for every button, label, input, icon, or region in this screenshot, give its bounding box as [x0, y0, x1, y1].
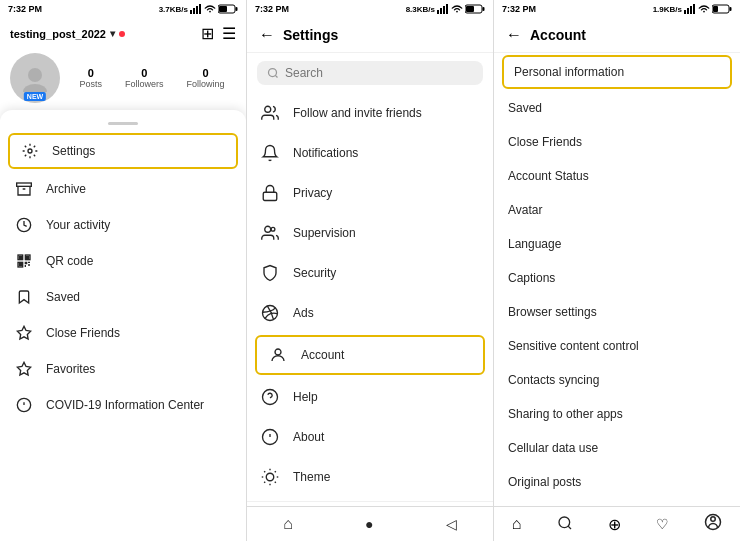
drawer-item-saved[interactable]: Saved [0, 279, 246, 315]
nav-back-2[interactable]: ◁ [438, 514, 465, 534]
settings-item-theme[interactable]: Theme [247, 457, 493, 497]
nav-home-3[interactable]: ⌂ [512, 515, 522, 533]
search-bar[interactable] [257, 61, 483, 85]
settings-item-notifications[interactable]: Notifications [247, 133, 493, 173]
hamburger-icon[interactable]: ☰ [222, 24, 236, 43]
nav-search-3[interactable] [557, 515, 573, 534]
settings-item-ads[interactable]: Ads [247, 293, 493, 333]
svg-rect-65 [730, 7, 732, 11]
language-label: Language [508, 237, 561, 251]
ads-label: Ads [293, 306, 314, 320]
follow-invite-label: Follow and invite friends [293, 106, 422, 120]
status-icons-1: 3.7KB/s [159, 4, 238, 14]
back-arrow-settings[interactable]: ← [259, 26, 275, 44]
drawer-item-close-friends[interactable]: Close Friends [0, 315, 246, 351]
security-icon [259, 262, 281, 284]
search-icon [267, 67, 279, 79]
account-item-language[interactable]: Language [494, 227, 740, 261]
account-icon [267, 344, 289, 366]
settings-item-privacy[interactable]: Privacy [247, 173, 493, 213]
nav-heart-3[interactable]: ♡ [656, 516, 669, 532]
drawer-item-settings[interactable]: Settings [8, 133, 238, 169]
settings-label: Settings [52, 144, 95, 158]
contacts-syncing-label: Contacts syncing [508, 373, 599, 387]
drawer-item-qr-code[interactable]: QR code [0, 243, 246, 279]
nav-profile-3[interactable] [704, 513, 722, 535]
notifications-label: Notifications [293, 146, 358, 160]
svg-point-45 [275, 349, 281, 355]
svg-marker-26 [17, 326, 30, 339]
settings-item-about[interactable]: About [247, 417, 493, 457]
settings-icon [20, 141, 40, 161]
svg-rect-60 [684, 10, 686, 14]
account-item-avatar[interactable]: Avatar [494, 193, 740, 227]
qr-code-label: QR code [46, 254, 93, 268]
your-activity-label: Your activity [46, 218, 110, 232]
avatar-label-acc: Avatar [508, 203, 542, 217]
profile-header: testing_post_2022 ▾ ⊞ ☰ [0, 18, 246, 47]
about-label: About [293, 430, 324, 444]
account-item-cellular-data[interactable]: Cellular data use [494, 431, 740, 465]
account-item-browser-settings[interactable]: Browser settings [494, 295, 740, 329]
signal-icon-2 [437, 4, 449, 14]
settings-item-follow-invite[interactable]: Follow and invite friends [247, 93, 493, 133]
account-item-account-status[interactable]: Account Status [494, 159, 740, 193]
bottom-nav-2: ⌂ ● ◁ [247, 506, 493, 541]
account-item-contacts-syncing[interactable]: Contacts syncing [494, 363, 740, 397]
captions-label: Captions [508, 271, 555, 285]
account-item-sharing-other-apps[interactable]: Sharing to other apps [494, 397, 740, 431]
account-header: ← Account [494, 18, 740, 53]
back-arrow-account[interactable]: ← [506, 26, 522, 44]
covid-icon [14, 395, 34, 415]
battery-icon-2 [465, 4, 485, 14]
account-item-close-friends[interactable]: Close Friends [494, 125, 740, 159]
settings-item-account[interactable]: Account [255, 335, 485, 375]
following-stat: 0 Following [186, 67, 224, 89]
browser-settings-label: Browser settings [508, 305, 597, 319]
drawer-item-favorites[interactable]: Favorites [0, 351, 246, 387]
search-input[interactable] [285, 66, 473, 80]
dropdown-arrow[interactable]: ▾ [110, 28, 115, 39]
svg-point-40 [265, 106, 271, 112]
account-item-original-posts[interactable]: Original posts [494, 465, 740, 499]
add-post-icon[interactable]: ⊞ [201, 24, 214, 43]
account-status-label: Account Status [508, 169, 589, 183]
settings-item-supervision[interactable]: Supervision [247, 213, 493, 253]
sharing-other-apps-label: Sharing to other apps [508, 407, 623, 421]
close-friends-icon [14, 323, 34, 343]
username-container: testing_post_2022 ▾ [10, 28, 125, 40]
covid-label: COVID-19 Information Center [46, 398, 204, 412]
settings-item-help[interactable]: Help [247, 377, 493, 417]
cellular-data-label: Cellular data use [508, 441, 598, 455]
nav-home-2[interactable]: ⌂ [275, 513, 301, 535]
account-item-personal-info[interactable]: Personal information [502, 55, 732, 89]
drawer-item-your-activity[interactable]: Your activity [0, 207, 246, 243]
favorites-label: Favorites [46, 362, 95, 376]
svg-point-43 [271, 227, 275, 231]
svg-rect-1 [193, 8, 195, 14]
account-item-saved[interactable]: Saved [494, 91, 740, 125]
security-label: Security [293, 266, 336, 280]
account-item-request-verification[interactable]: Request verification [494, 499, 740, 506]
account-item-captions[interactable]: Captions [494, 261, 740, 295]
nav-circle-2[interactable]: ● [357, 514, 381, 534]
account-item-sensitive-content[interactable]: Sensitive content control [494, 329, 740, 363]
search-nav-icon [557, 515, 573, 531]
svg-point-70 [711, 517, 716, 522]
nav-add-3[interactable]: ⊕ [608, 515, 621, 534]
settings-item-security[interactable]: Security [247, 253, 493, 293]
drawer-item-archive[interactable]: Archive [0, 171, 246, 207]
svg-line-58 [264, 482, 265, 483]
signal-icon-1 [190, 4, 202, 14]
account-list: Personal information Saved Close Friends… [494, 53, 740, 506]
posts-count: 0 [88, 67, 94, 79]
svg-rect-3 [199, 4, 201, 14]
status-bar-3: 7:32 PM 1.9KB/s [494, 0, 740, 18]
svg-marker-27 [17, 362, 30, 375]
saved-label-acc: Saved [508, 101, 542, 115]
drawer-item-covid[interactable]: COVID-19 Information Center [0, 387, 246, 423]
profile-panel: 7:32 PM 3.7KB/s testing_post_20 [0, 0, 247, 541]
following-count: 0 [202, 67, 208, 79]
svg-rect-6 [219, 6, 227, 12]
archive-label: Archive [46, 182, 86, 196]
